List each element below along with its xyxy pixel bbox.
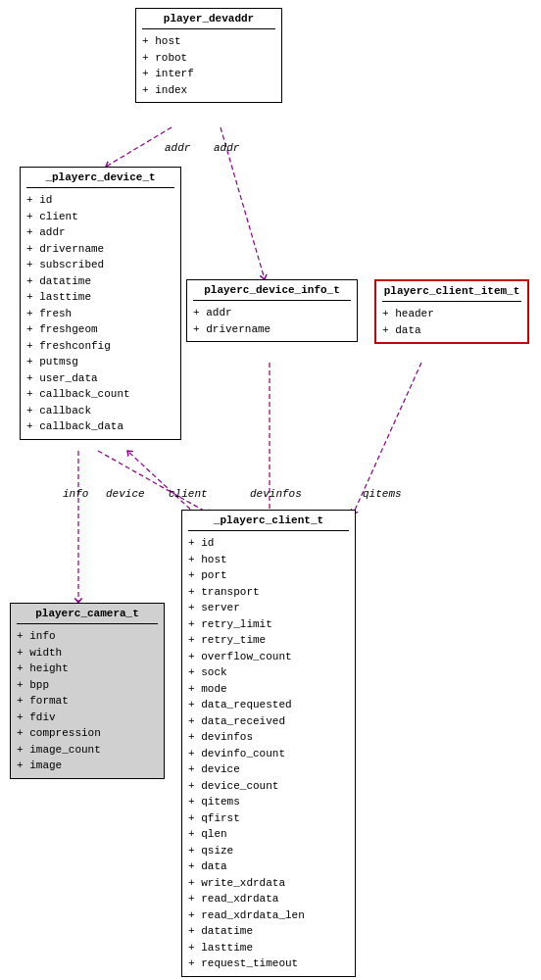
playerc-client-item-t-box: playerc_client_item_t + header + data xyxy=(374,279,529,344)
playerc-device-t-title: _playerc_device_t xyxy=(26,172,174,188)
player-devaddr-title: player_devaddr xyxy=(142,13,275,29)
field-height: + height xyxy=(17,661,158,677)
svg-line-0 xyxy=(106,127,172,167)
field-sock: + sock xyxy=(188,664,349,681)
playerc-client-t-box: _playerc_client_t + id + host + port + t… xyxy=(181,510,356,977)
client-label: client xyxy=(169,488,208,500)
playerc-camera-t-box: playerc_camera_t + info + width + height… xyxy=(10,603,165,779)
playerc-device-info-t-title: playerc_device_info_t xyxy=(193,284,351,301)
playerc-camera-t-title: playerc_camera_t xyxy=(17,608,158,624)
field-write-xdrdata: + write_xdrdata xyxy=(188,875,349,892)
field-qsize: + qsize xyxy=(188,843,349,859)
field-robot: + robot xyxy=(142,50,275,67)
addr-label-1: addr xyxy=(165,142,190,154)
field-callback-count: + callback_count xyxy=(26,386,174,403)
field-read-xdrdata: + read_xdrdata xyxy=(188,891,349,907)
devinfos-label: devinfos xyxy=(250,488,302,500)
qitems-label: qitems xyxy=(363,488,402,500)
playerc-client-item-t-fields: + header + data xyxy=(382,306,521,338)
field-device: + device xyxy=(188,761,349,778)
field-callback-data: + callback_data xyxy=(26,418,174,435)
field-retry-time: + retry_time xyxy=(188,632,349,649)
field-devinfo-count: + devinfo_count xyxy=(188,746,349,762)
addr-label-2: addr xyxy=(214,142,239,154)
field-user-data: + user_data xyxy=(26,370,174,387)
field-qlen: + qlen xyxy=(188,826,349,843)
svg-line-6 xyxy=(127,451,196,514)
playerc-client-t-title: _playerc_client_t xyxy=(188,514,349,531)
field-device-count: + device_count xyxy=(188,778,349,795)
field-freshgeom: + freshgeom xyxy=(26,321,174,338)
field-fdiv: + fdiv xyxy=(17,710,158,726)
info-label: info xyxy=(63,488,88,500)
field-drivername2: + drivername xyxy=(193,321,351,338)
field-transport: + transport xyxy=(188,584,349,601)
field-id2: + id xyxy=(188,535,349,552)
field-addr: + addr xyxy=(26,224,174,241)
field-datatime: + datatime xyxy=(26,273,174,290)
field-data-received: + data_received xyxy=(188,713,349,730)
field-host: + host xyxy=(142,33,275,50)
field-overflow-count: + overflow_count xyxy=(188,649,349,665)
field-putmsg: + putmsg xyxy=(26,354,174,370)
field-qitems: + qitems xyxy=(188,794,349,810)
field-fresh: + fresh xyxy=(26,306,174,322)
field-addr2: + addr xyxy=(193,305,351,321)
playerc-client-item-t-title: playerc_client_item_t xyxy=(382,285,521,302)
field-callback: + callback xyxy=(26,403,174,419)
field-image: + image xyxy=(17,758,158,774)
field-datatime2: + datatime xyxy=(188,923,349,940)
field-subscribed: + subscribed xyxy=(26,257,174,273)
field-lasttime: + lasttime xyxy=(26,289,174,306)
field-info: + info xyxy=(17,628,158,645)
field-host: + host xyxy=(188,552,349,568)
field-bpp: + bpp xyxy=(17,677,158,694)
field-width: + width xyxy=(17,645,158,662)
svg-line-2 xyxy=(98,451,211,514)
field-id: + id xyxy=(26,192,174,209)
field-freshconfig: + freshconfig xyxy=(26,338,174,355)
device-label: device xyxy=(106,488,145,500)
playerc-camera-t-fields: + info + width + height + bpp + format +… xyxy=(17,628,158,774)
field-compression: + compression xyxy=(17,725,158,742)
playerc-device-info-t-box: playerc_device_info_t + addr + drivernam… xyxy=(186,279,358,342)
field-index: + index xyxy=(142,82,275,99)
field-retry-limit: + retry_limit xyxy=(188,616,349,633)
field-header: + header xyxy=(382,306,521,322)
field-data: + data xyxy=(382,322,521,339)
field-server: + server xyxy=(188,600,349,616)
player-devaddr-box: player_devaddr + host + robot + interf +… xyxy=(135,8,282,103)
playerc-device-t-box: _playerc_device_t + id + client + addr +… xyxy=(20,167,181,440)
field-data-requested: + data_requested xyxy=(188,697,349,713)
field-lasttime2: + lasttime xyxy=(188,940,349,956)
field-data2: + data xyxy=(188,858,349,875)
field-read-xdrdata-len: + read_xdrdata_len xyxy=(188,907,349,924)
field-port: + port xyxy=(188,567,349,584)
field-client: + client xyxy=(26,209,174,225)
playerc-device-info-t-fields: + addr + drivername xyxy=(193,305,351,337)
field-drivername: + drivername xyxy=(26,241,174,258)
field-mode: + mode xyxy=(188,681,349,698)
playerc-device-t-fields: + id + client + addr + drivername + subs… xyxy=(26,192,174,435)
field-interf: + interf xyxy=(142,66,275,82)
field-request-timeout: + request_timeout xyxy=(188,956,349,972)
field-qfirst: + qfirst xyxy=(188,810,349,827)
player-devaddr-fields: + host + robot + interf + index xyxy=(142,33,275,98)
field-format: + format xyxy=(17,693,158,710)
field-devinfos: + devinfos xyxy=(188,729,349,746)
playerc-client-t-fields: + id + host + port + transport + server … xyxy=(188,535,349,972)
field-image-count: + image_count xyxy=(17,742,158,759)
